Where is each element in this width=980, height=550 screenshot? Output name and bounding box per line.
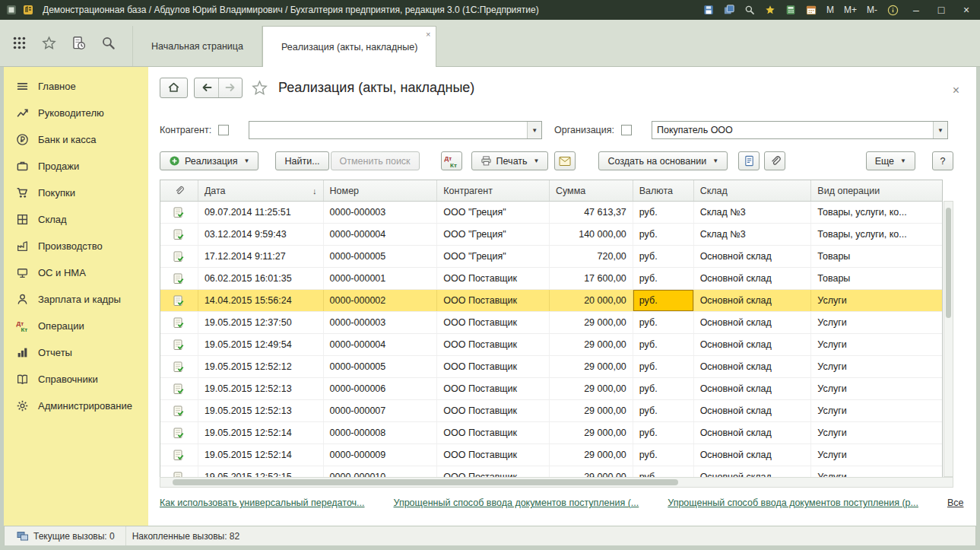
sidebar-item-purchases[interactable]: Покупки bbox=[4, 180, 148, 206]
cell-warehouse[interactable]: Основной склад bbox=[694, 334, 812, 355]
cell-currency[interactable]: руб. bbox=[633, 224, 694, 245]
cell-number[interactable]: 0000-000006 bbox=[324, 378, 438, 399]
cell-currency[interactable]: руб. bbox=[633, 268, 694, 289]
save-copy-icon[interactable] bbox=[724, 5, 734, 15]
cell-currency[interactable]: руб. bbox=[633, 312, 694, 333]
minimize-button[interactable]: – bbox=[909, 5, 924, 15]
cell-number[interactable]: 0000-000002 bbox=[324, 290, 438, 311]
cell-warehouse[interactable]: Основной склад bbox=[694, 356, 812, 377]
column-header-date[interactable]: Дата↓ bbox=[198, 180, 324, 201]
cell-operation[interactable]: Товары bbox=[811, 268, 942, 289]
cell-sum[interactable]: 29 000,00 bbox=[550, 312, 633, 333]
sidebar-item-salary-hr[interactable]: Зарплата и кадры bbox=[4, 286, 148, 313]
cell-sum[interactable]: 29 000,00 bbox=[550, 422, 633, 443]
cell-currency[interactable]: руб. bbox=[633, 202, 694, 223]
forward-button[interactable] bbox=[218, 78, 242, 97]
print-button[interactable]: Печать▼ bbox=[471, 151, 549, 170]
cell-currency[interactable]: руб. bbox=[633, 422, 694, 443]
tab-realization[interactable]: Реализация (акты, накладные) × bbox=[262, 26, 436, 67]
cell-date[interactable]: 19.05.2015 12:52:14 bbox=[198, 444, 324, 466]
cell-counterparty[interactable]: ООО Поставщик bbox=[437, 466, 550, 478]
cell-number[interactable]: 0000-000001 bbox=[324, 268, 438, 289]
cell-warehouse[interactable]: Склад №3 bbox=[694, 202, 812, 223]
cell-date[interactable]: 19.05.2015 12:52:13 bbox=[198, 378, 324, 399]
cell-sum[interactable]: 29 000,00 bbox=[550, 466, 633, 478]
organization-dropdown-icon[interactable]: ▼ bbox=[933, 122, 947, 138]
cell-warehouse[interactable]: Основной склад bbox=[694, 400, 812, 421]
cell-warehouse[interactable]: Основной склад bbox=[694, 290, 812, 311]
sidebar-item-bank-cash[interactable]: Банк и касса bbox=[4, 126, 148, 153]
cell-date[interactable]: 19.05.2015 12:52:15 bbox=[198, 466, 324, 478]
cell-doc-icon[interactable] bbox=[160, 202, 198, 223]
cell-date[interactable]: 14.04.2015 15:56:24 bbox=[198, 290, 324, 311]
cell-warehouse[interactable]: Основной склад bbox=[694, 268, 812, 289]
cell-currency[interactable]: руб. bbox=[633, 334, 694, 355]
cell-doc-icon[interactable] bbox=[160, 466, 198, 478]
cell-counterparty[interactable]: ООО "Греция" bbox=[437, 246, 550, 267]
cell-number[interactable]: 0000-000005 bbox=[324, 246, 438, 267]
more-button[interactable]: Еще▼ bbox=[866, 151, 915, 170]
table-row[interactable]: 09.07.2014 11:25:51 0000-000003 ООО "Гре… bbox=[160, 202, 942, 224]
cell-number[interactable]: 0000-000005 bbox=[324, 356, 438, 377]
cell-warehouse[interactable]: Основной склад bbox=[694, 312, 812, 333]
cell-counterparty[interactable]: ООО Поставщик bbox=[437, 290, 550, 311]
sidebar-item-manager[interactable]: Руководителю bbox=[4, 100, 148, 126]
table-row[interactable]: 17.12.2014 9:11:27 0000-000005 ООО "Грец… bbox=[160, 246, 942, 268]
cell-doc-icon[interactable] bbox=[160, 290, 198, 311]
attachments-button[interactable] bbox=[764, 151, 785, 170]
memory-m-button[interactable]: M bbox=[826, 5, 834, 15]
organization-input[interactable] bbox=[652, 122, 933, 138]
cell-operation[interactable]: Услуги bbox=[811, 400, 942, 421]
sidebar-item-main[interactable]: Главное bbox=[4, 73, 148, 100]
cell-counterparty[interactable]: ООО Поставщик bbox=[437, 334, 550, 355]
cell-sum[interactable]: 29 000,00 bbox=[550, 378, 633, 399]
column-header-sum[interactable]: Сумма bbox=[550, 180, 633, 201]
add-favorite-icon[interactable] bbox=[765, 5, 775, 15]
cell-counterparty[interactable]: ООО Поставщик bbox=[437, 444, 550, 466]
cell-date[interactable]: 19.05.2015 12:52:12 bbox=[198, 356, 324, 377]
save-icon[interactable] bbox=[703, 5, 714, 15]
cell-operation[interactable]: Услуги bbox=[811, 334, 942, 355]
cell-doc-icon[interactable] bbox=[160, 224, 198, 245]
table-row[interactable]: 19.05.2015 12:52:13 0000-000007 ООО Пост… bbox=[160, 400, 942, 422]
cell-number[interactable]: 0000-000007 bbox=[324, 400, 438, 421]
cell-sum[interactable]: 29 000,00 bbox=[550, 444, 633, 466]
calculator-icon[interactable] bbox=[785, 5, 796, 15]
table-row[interactable]: 19.05.2015 12:52:15 0000-000010 ООО Пост… bbox=[160, 466, 942, 478]
cell-counterparty[interactable]: ООО Поставщик bbox=[437, 378, 550, 399]
cell-currency[interactable]: руб. bbox=[633, 444, 694, 466]
table-row[interactable]: 03.12.2014 9:59:43 0000-000004 ООО "Грец… bbox=[160, 224, 942, 246]
cell-currency[interactable]: руб. bbox=[633, 378, 694, 399]
table-row[interactable]: 19.05.2015 12:52:12 0000-000005 ООО Пост… bbox=[160, 356, 942, 378]
organization-checkbox[interactable] bbox=[621, 125, 632, 135]
cell-date[interactable]: 19.05.2015 12:49:54 bbox=[198, 334, 324, 355]
create-realization-button[interactable]: Реализация▼ bbox=[160, 151, 258, 170]
see-all-link[interactable]: Все bbox=[947, 498, 964, 508]
cell-doc-icon[interactable] bbox=[160, 378, 198, 399]
cell-warehouse[interactable]: Основной склад bbox=[694, 444, 812, 466]
cell-currency[interactable]: руб. bbox=[633, 246, 694, 267]
cell-operation[interactable]: Услуги bbox=[811, 378, 942, 399]
cell-number[interactable]: 0000-000004 bbox=[324, 334, 438, 355]
table-row[interactable]: 06.02.2015 16:01:35 0000-000001 ООО Пост… bbox=[160, 268, 942, 290]
apps-grid-icon[interactable] bbox=[12, 36, 27, 50]
cell-warehouse[interactable]: Склад №3 bbox=[694, 224, 812, 245]
sidebar-item-administration[interactable]: Администрирование bbox=[4, 393, 148, 419]
cell-doc-icon[interactable] bbox=[160, 356, 198, 377]
sidebar-item-directories[interactable]: Справочники bbox=[4, 366, 148, 393]
cell-doc-icon[interactable] bbox=[160, 400, 198, 421]
calendar-icon[interactable] bbox=[806, 5, 817, 15]
horizontal-scrollbar-thumb[interactable] bbox=[173, 479, 678, 485]
counterparty-dropdown-icon[interactable]: ▼ bbox=[527, 122, 541, 138]
create-based-on-button[interactable]: Создать на основании▼ bbox=[598, 151, 728, 170]
cell-doc-icon[interactable] bbox=[160, 312, 198, 333]
cell-sum[interactable]: 29 000,00 bbox=[550, 400, 633, 421]
cell-sum[interactable]: 17 600,00 bbox=[550, 268, 633, 289]
memory-m-plus-button[interactable]: M+ bbox=[844, 5, 857, 15]
cell-number[interactable]: 0000-000003 bbox=[324, 202, 438, 223]
mail-button[interactable] bbox=[554, 151, 576, 170]
cell-sum[interactable]: 20 000,00 bbox=[550, 290, 633, 311]
find-icon[interactable] bbox=[744, 5, 755, 15]
sidebar-item-warehouse[interactable]: Склад bbox=[4, 206, 148, 233]
favorite-star-icon[interactable] bbox=[252, 80, 268, 96]
